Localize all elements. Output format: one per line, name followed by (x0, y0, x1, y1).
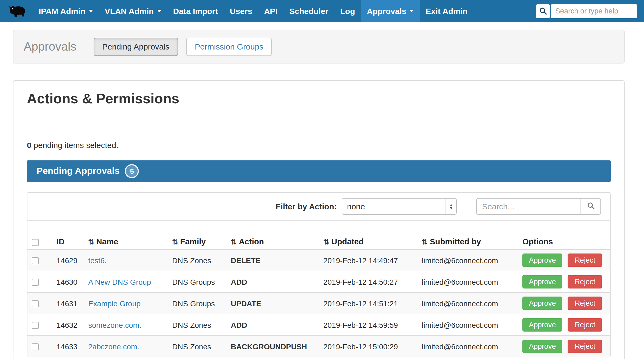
nav-item-users[interactable]: Users (224, 0, 258, 22)
row-checkbox[interactable] (32, 322, 39, 329)
nav-item-data-import[interactable]: Data Import (167, 0, 224, 22)
section-heading: Actions & Permissions (27, 90, 611, 107)
col-header-options: Options (518, 234, 610, 249)
approvals-table-panel: Filter by Action: none ▲ ▼ (27, 192, 611, 357)
row-id: 14629 (52, 249, 84, 271)
row-updated: 2019-Feb-12 14:51:21 (319, 293, 417, 314)
row-name-link[interactable]: 2abczone.com. (88, 342, 139, 351)
tab-permission-groups[interactable]: Permission Groups (186, 37, 272, 56)
table-row: 14633 2abczone.com. DNS Zones BACKGROUND… (27, 336, 610, 357)
row-action: DELETE (227, 249, 319, 271)
navbar-search-area (536, 0, 644, 22)
reject-button[interactable]: Reject (568, 275, 602, 288)
app-root: IPAM AdminVLAN AdminData ImportUsersAPIS… (0, 0, 644, 359)
tab-pending-approvals[interactable]: Pending Approvals (94, 37, 178, 56)
row-checkbox[interactable] (32, 301, 39, 308)
col-header-submitted-by[interactable]: ⇅Submitted by (417, 234, 518, 249)
pending-count-badge: 5 (125, 164, 139, 178)
nav-item-exit-admin[interactable]: Exit Admin (420, 0, 473, 22)
row-family: DNS Zones (168, 249, 227, 271)
row-submitted-by: limited@6connect.com (417, 336, 518, 357)
row-id: 14633 (52, 336, 84, 357)
row-action: UPDATE (227, 293, 319, 314)
chevron-down-icon (409, 10, 414, 12)
nav-item-ipam-admin[interactable]: IPAM Admin (33, 0, 99, 22)
row-family: DNS Groups (168, 271, 227, 293)
reject-button[interactable]: Reject (568, 340, 602, 353)
col-header-action[interactable]: ⇅Action (227, 234, 319, 249)
select-all-checkbox[interactable] (32, 239, 39, 246)
table-search-button[interactable] (581, 198, 601, 215)
search-icon (587, 202, 595, 211)
row-name-link[interactable]: Example Group (88, 299, 141, 308)
page-header-bar: Approvals Pending Approvals Permission G… (13, 30, 625, 64)
reject-button[interactable]: Reject (568, 297, 602, 310)
row-updated: 2019-Feb-12 14:59:59 (319, 314, 417, 336)
row-name-link[interactable]: A New DNS Group (88, 277, 151, 286)
row-submitted-by: limited@6connect.com (417, 249, 518, 271)
approve-button[interactable]: Approve (522, 275, 562, 288)
row-family: DNS Groups (168, 293, 227, 314)
navbar-menu: IPAM AdminVLAN AdminData ImportUsersAPIS… (33, 0, 473, 22)
table-row: 14630 A New DNS Group DNS Groups ADD 201… (27, 271, 610, 293)
sort-icon: ⇅ (172, 238, 178, 246)
search-icon[interactable] (536, 4, 550, 18)
row-name-link[interactable]: somezone.com. (88, 321, 141, 329)
nav-item-scheduler[interactable]: Scheduler (284, 0, 334, 22)
filter-label: Filter by Action: (276, 202, 337, 211)
filter-action-value: none (347, 202, 445, 211)
approvals-tbody: 14629 test6. DNS Zones DELETE 2019-Feb-1… (27, 249, 610, 357)
main-panel: Actions & Permissions 0 pending items se… (13, 80, 625, 359)
approve-button[interactable]: Approve (522, 318, 562, 332)
nav-item-approvals[interactable]: Approvals (361, 0, 420, 22)
global-search-input[interactable] (551, 4, 637, 18)
reject-button[interactable]: Reject (568, 254, 602, 267)
row-updated: 2019-Feb-12 14:49:47 (319, 249, 417, 271)
filter-action-select[interactable]: none ▲ ▼ (342, 198, 457, 215)
row-action: BACKGROUNDPUSH (227, 336, 319, 357)
table-row: 14632 somezone.com. DNS Zones ADD 2019-F… (27, 314, 610, 336)
row-updated: 2019-Feb-12 14:50:27 (319, 271, 417, 293)
col-header-name[interactable]: ⇅Name (84, 234, 168, 249)
row-checkbox[interactable] (32, 279, 39, 286)
sort-icon: ⇅ (323, 238, 329, 246)
row-id: 14630 (52, 271, 84, 293)
approvals-table: ID ⇅Name ⇅Family ⇅Action ⇅Updated ⇅Submi… (27, 234, 610, 357)
col-header-family[interactable]: ⇅Family (168, 234, 227, 249)
row-name-link[interactable]: test6. (88, 256, 107, 265)
row-family: DNS Zones (168, 314, 227, 336)
row-submitted-by: limited@6connect.com (417, 314, 518, 336)
row-submitted-by: limited@6connect.com (417, 293, 518, 314)
col-header-updated[interactable]: ⇅Updated (319, 234, 417, 249)
row-checkbox[interactable] (32, 344, 39, 351)
table-row: 14629 test6. DNS Zones DELETE 2019-Feb-1… (27, 249, 610, 271)
row-submitted-by: limited@6connect.com (417, 271, 518, 293)
chevron-down-icon (89, 10, 93, 12)
pending-approvals-bar: Pending Approvals 5 (27, 160, 611, 182)
col-header-id[interactable]: ID (52, 234, 84, 249)
sort-icon: ⇅ (88, 238, 94, 246)
selected-count-line: 0 pending items selected. (27, 140, 611, 150)
nav-item-api[interactable]: API (258, 0, 284, 22)
row-checkbox[interactable] (32, 258, 39, 265)
row-updated: 2019-Feb-12 15:00:29 (319, 336, 417, 357)
row-id: 14632 (52, 314, 84, 336)
table-header-row: ID ⇅Name ⇅Family ⇅Action ⇅Updated ⇅Submi… (27, 234, 610, 249)
page-title: Approvals (24, 40, 76, 54)
pending-approvals-bar-title: Pending Approvals (37, 166, 120, 177)
nav-item-vlan-admin[interactable]: VLAN Admin (99, 0, 167, 22)
select-arrows-icon: ▲ ▼ (445, 199, 456, 214)
nav-item-log[interactable]: Log (334, 0, 361, 22)
sort-icon: ⇅ (422, 238, 428, 246)
logo-rhino-icon[interactable] (0, 0, 33, 22)
sort-icon: ⇅ (231, 238, 237, 246)
selected-count-text: pending items selected. (34, 140, 118, 150)
approve-button[interactable]: Approve (522, 254, 562, 267)
approve-button[interactable]: Approve (522, 297, 562, 310)
approve-button[interactable]: Approve (522, 340, 562, 353)
table-search-input[interactable] (476, 198, 581, 215)
row-action: ADD (227, 314, 319, 336)
reject-button[interactable]: Reject (568, 318, 602, 332)
table-search-group (476, 198, 601, 215)
chevron-down-icon (157, 10, 161, 12)
